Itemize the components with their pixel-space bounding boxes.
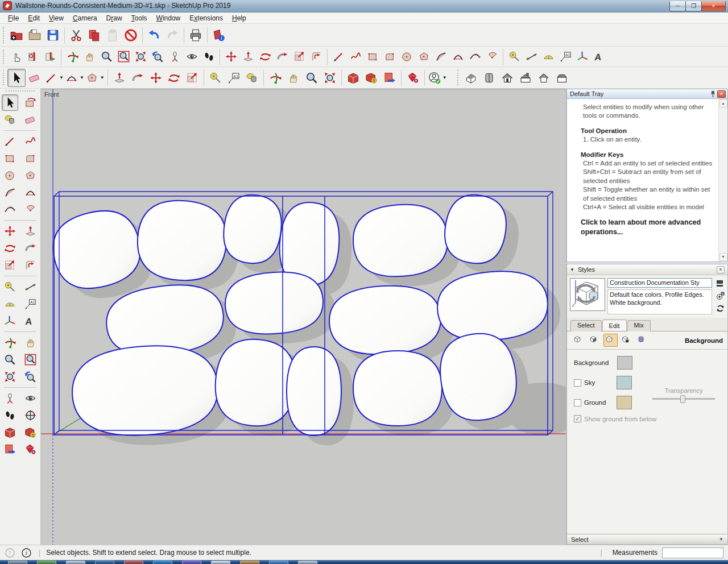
- tape-measure-button[interactable]: [506, 48, 523, 65]
- collapsed-select-panel[interactable]: Select ▼: [567, 534, 727, 544]
- toolbar-drag-handle[interactable]: [3, 49, 6, 64]
- taskbar-app-icon[interactable]: [182, 561, 201, 564]
- toolbar-drag-handle[interactable]: [6, 90, 35, 93]
- share-model-button[interactable]: [2, 441, 18, 458]
- sky-color-swatch[interactable]: [617, 376, 632, 389]
- dimension-button[interactable]: [523, 48, 540, 65]
- back-view-button[interactable]: [535, 69, 553, 87]
- scale-button[interactable]: [183, 69, 201, 87]
- extension-manager-button[interactable]: [22, 441, 39, 458]
- bounding-box-corner-edge[interactable]: [54, 430, 59, 435]
- arc-button[interactable]: [2, 184, 18, 201]
- selection-ext-1-button[interactable]: [24, 48, 42, 65]
- menu-window[interactable]: Window: [152, 13, 185, 23]
- show-ground-checkbox[interactable]: ✓: [574, 415, 581, 422]
- edge-settings-button[interactable]: [572, 334, 586, 347]
- push-pull-button[interactable]: [110, 69, 129, 87]
- rotate-button[interactable]: [257, 48, 274, 65]
- sky-checkbox[interactable]: [574, 379, 581, 387]
- polygon-button[interactable]: [415, 48, 432, 65]
- menu-help[interactable]: Help: [228, 13, 251, 23]
- left-view-button[interactable]: [553, 69, 571, 87]
- modeling-settings-button[interactable]: [635, 334, 650, 347]
- pie-button[interactable]: [483, 48, 500, 65]
- measurements-input[interactable]: [662, 548, 723, 558]
- menu-file[interactable]: File: [3, 13, 23, 23]
- zoom-previous-button[interactable]: [149, 48, 166, 65]
- create-style-icon[interactable]: [715, 291, 725, 301]
- line-button[interactable]: ▼: [44, 69, 64, 87]
- secondary-pane-icon[interactable]: [715, 279, 725, 288]
- two-point-arc-button[interactable]: [22, 184, 39, 201]
- zoom-extents-button[interactable]: [2, 368, 18, 385]
- tab-mix[interactable]: Mix: [627, 320, 651, 331]
- model-scene[interactable]: [41, 89, 566, 545]
- background-color-swatch[interactable]: [617, 356, 632, 370]
- position-camera-button[interactable]: [2, 390, 18, 407]
- eraser-button[interactable]: [22, 111, 39, 128]
- update-style-icon[interactable]: [715, 304, 725, 313]
- rectangle-button[interactable]: [364, 48, 381, 65]
- 3d-warehouse-button[interactable]: [344, 69, 362, 87]
- dropdown-arrow-icon[interactable]: ▼: [80, 75, 84, 80]
- make-component-button[interactable]: [22, 94, 39, 111]
- slider-thumb[interactable]: [680, 395, 685, 403]
- taskbar-app-icon[interactable]: [124, 561, 143, 564]
- pan-button[interactable]: [22, 334, 39, 351]
- rotate-button[interactable]: [2, 240, 18, 256]
- arcs-button[interactable]: ▼: [64, 69, 85, 87]
- text-button[interactable]: A1: [22, 296, 39, 312]
- follow-me-button[interactable]: [22, 240, 39, 256]
- styles-close-icon[interactable]: ×: [717, 266, 725, 273]
- taskbar-app-icon[interactable]: [66, 561, 85, 564]
- tab-select[interactable]: Select: [570, 320, 602, 331]
- menu-view[interactable]: View: [44, 13, 68, 23]
- pan-button[interactable]: [81, 48, 98, 65]
- paint-bucket-button[interactable]: [243, 69, 261, 87]
- eraser-button[interactable]: [26, 69, 44, 87]
- iso-view-button[interactable]: [462, 69, 480, 87]
- zoom-button[interactable]: [98, 48, 115, 65]
- menu-extensions[interactable]: Extensions: [185, 13, 228, 23]
- dimension-button[interactable]: [22, 279, 39, 295]
- scroll-down-icon[interactable]: ▼: [719, 253, 727, 261]
- move-button[interactable]: [2, 223, 18, 239]
- protractor-button[interactable]: [540, 48, 557, 65]
- three-point-arc-button[interactable]: [466, 48, 483, 65]
- dropdown-arrow-icon[interactable]: ▼: [442, 75, 447, 80]
- stone[interactable]: [287, 347, 341, 436]
- polygon-button[interactable]: [22, 167, 39, 184]
- right-view-button[interactable]: [516, 69, 535, 87]
- cut-button[interactable]: [67, 26, 85, 44]
- taskbar-app-icon[interactable]: [37, 561, 56, 564]
- taskbar-app-icon[interactable]: [95, 561, 114, 564]
- windows-taskbar[interactable]: [0, 560, 728, 564]
- two-point-arc-button[interactable]: [449, 48, 466, 65]
- undo-button[interactable]: [145, 26, 163, 44]
- background-settings-button[interactable]: [603, 334, 618, 347]
- menu-edit[interactable]: Edit: [23, 13, 44, 23]
- ground-checkbox[interactable]: [574, 399, 581, 407]
- model-info-button[interactable]: i: [210, 26, 228, 44]
- menu-draw[interactable]: Draw: [102, 13, 127, 23]
- walk-button[interactable]: [200, 48, 217, 65]
- extension-warehouse-button[interactable]: $: [362, 69, 380, 87]
- scale-button[interactable]: [291, 48, 308, 65]
- watermark-settings-button[interactable]: [619, 334, 634, 347]
- position-camera-button[interactable]: [166, 48, 183, 65]
- circle-button[interactable]: [398, 48, 415, 65]
- pie-button[interactable]: [22, 201, 39, 218]
- style-thumbnail[interactable]: [570, 278, 605, 311]
- pan-button[interactable]: [284, 69, 303, 87]
- scroll-up-icon[interactable]: ▲: [719, 99, 727, 107]
- rectangle-button[interactable]: [2, 150, 18, 167]
- 3d-text-button[interactable]: A: [22, 313, 39, 329]
- zoom-button[interactable]: [303, 69, 321, 87]
- maximize-button[interactable]: ❐: [685, 1, 702, 11]
- new-model-button[interactable]: [7, 26, 26, 44]
- taskbar-app-icon[interactable]: [298, 561, 317, 564]
- select-button[interactable]: [2, 94, 18, 111]
- bounding-box-corner-edge[interactable]: [548, 192, 553, 196]
- 3d-warehouse-button[interactable]: [2, 424, 18, 441]
- taskbar-app-icon[interactable]: [153, 561, 172, 564]
